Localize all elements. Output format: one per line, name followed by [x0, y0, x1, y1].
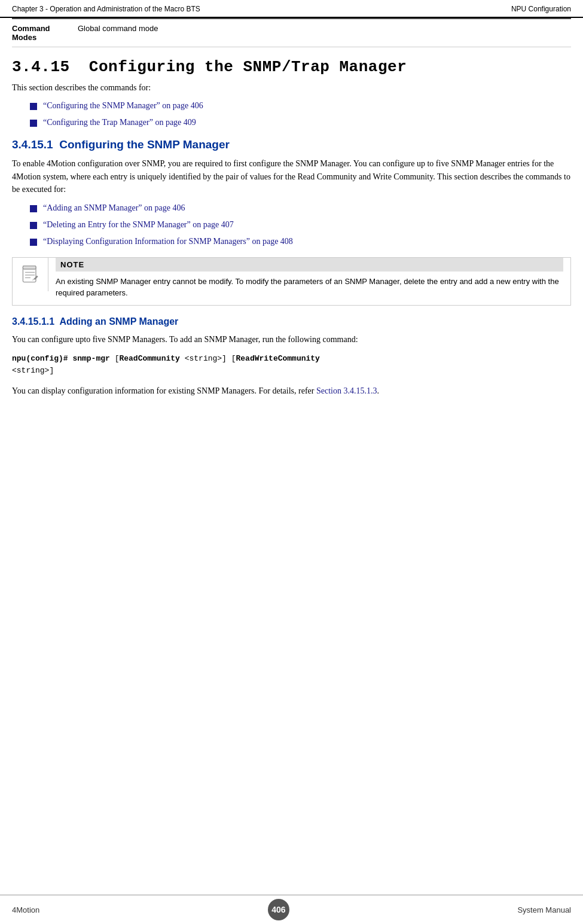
- svg-rect-1: [23, 266, 36, 269]
- section-34151-bullets: “Adding an SNMP Manager” on page 406 “De…: [30, 203, 571, 246]
- bullet-icon: [30, 239, 37, 246]
- bullet-icon: [30, 120, 37, 127]
- section-3415-title: 3.4.15 Configuring the SNMP/Trap Manager: [12, 58, 571, 76]
- list-item: “Displaying Configuration Information fo…: [30, 237, 571, 246]
- list-item: “Configuring the SNMP Manager” on page 4…: [30, 101, 571, 111]
- section-ref-link[interactable]: Section 3.4.15.1.3: [316, 386, 377, 395]
- link-trap-manager[interactable]: “Configuring the Trap Manager” on page 4…: [43, 118, 196, 127]
- section-341511-body2: You can display configuration informatio…: [12, 385, 571, 398]
- command-modes-value: Global command mode: [78, 24, 158, 33]
- bullet-icon: [30, 103, 37, 110]
- note-icon: [20, 264, 41, 285]
- page-header: Chapter 3 - Operation and Administration…: [0, 0, 583, 18]
- header-right: NPU Configuration: [511, 5, 571, 13]
- link-snmp-manager[interactable]: “Configuring the SNMP Manager” on page 4…: [43, 101, 203, 111]
- note-box: NOTE An existing SNMP Manager entry cann…: [12, 257, 571, 306]
- header-left: Chapter 3 - Operation and Administration…: [12, 5, 200, 13]
- list-item: “Deleting an Entry for the SNMP Manager”…: [30, 220, 571, 230]
- footer-left: 4Motion: [12, 905, 39, 914]
- code-block: npu(config)# snmp-mgr [ReadCommunity <st…: [12, 353, 571, 376]
- link-deleting-snmp[interactable]: “Deleting an Entry for the SNMP Manager”…: [43, 220, 234, 230]
- note-icon-area: [13, 258, 48, 291]
- bullet-icon: [30, 205, 37, 212]
- code-command: npu(config)# snmp-mgr: [12, 354, 110, 363]
- section-3415-intro: This section describes the commands for:: [12, 83, 571, 93]
- page-footer: 4Motion 406 System Manual: [0, 895, 583, 924]
- list-item: “Adding an SNMP Manager” on page 406: [30, 203, 571, 213]
- link-displaying-snmp[interactable]: “Displaying Configuration Information fo…: [43, 237, 293, 246]
- note-content: NOTE An existing SNMP Manager entry cann…: [48, 258, 570, 305]
- section-3415-bullets: “Configuring the SNMP Manager” on page 4…: [30, 101, 571, 127]
- section-341511-body1: You can configure upto five SNMP Manager…: [12, 333, 571, 346]
- main-content: CommandModes Global command mode 3.4.15 …: [0, 18, 583, 417]
- command-modes-label: CommandModes: [12, 24, 78, 42]
- command-modes-row: CommandModes Global command mode: [12, 18, 571, 47]
- note-header: NOTE: [56, 258, 563, 272]
- footer-right: System Manual: [517, 905, 571, 914]
- link-adding-snmp[interactable]: “Adding an SNMP Manager” on page 406: [43, 203, 185, 213]
- footer-page-number: 406: [268, 899, 289, 920]
- section-341511-title: 3.4.15.1.1 Adding an SNMP Manager: [12, 316, 571, 327]
- section-34151-title: 3.4.15.1 Configuring the SNMP Manager: [12, 138, 571, 151]
- note-text: An existing SNMP Manager entry cannot be…: [56, 276, 563, 299]
- section-34151-body1: To enable 4Motion configuration over SNM…: [12, 157, 571, 196]
- list-item: “Configuring the Trap Manager” on page 4…: [30, 118, 571, 127]
- bullet-icon: [30, 222, 37, 229]
